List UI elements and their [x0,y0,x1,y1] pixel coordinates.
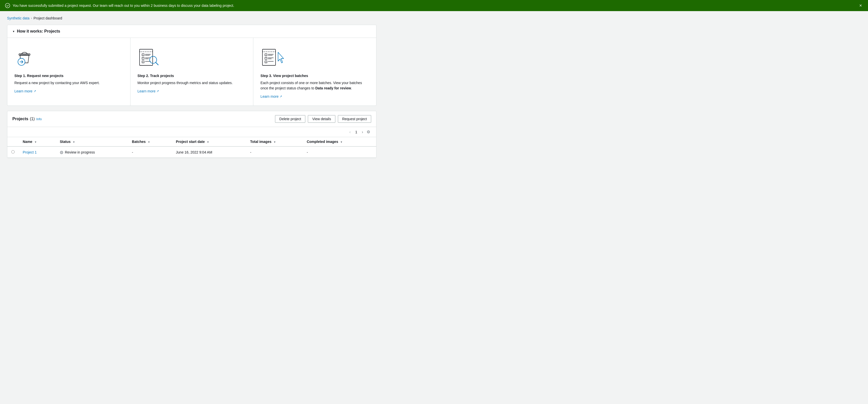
step-1-desc: Request a new project by contacting your… [14,80,123,86]
projects-title: Projects [12,117,28,121]
projects-title-area: Projects (1) Info [12,117,42,121]
breadcrumb-parent-link[interactable]: Synthetic data [7,16,30,20]
external-link-icon: ↗ [34,89,36,93]
how-it-works-card: ▼ How it works: Projects [7,25,376,106]
step-1-title: Step 1. Request new projects [14,74,123,78]
how-it-works-body: Step 1. Request new projects Request a n… [7,38,376,106]
project-name-link[interactable]: Project 1 [23,150,37,154]
svg-marker-25 [278,52,284,63]
sort-status-icon: ▼ [73,141,75,143]
svg-rect-23 [265,61,267,63]
row-date-cell: June 16, 2022 9:04 AM [172,146,246,158]
step-1-card: Step 1. Request new projects Request a n… [7,38,130,106]
status-icon: ◍ [60,150,63,154]
row-radio-button[interactable] [11,150,14,153]
table-row: Project 1 ◍ Review in progress - June 16… [7,146,376,158]
projects-count: (1) [30,117,35,121]
step-2-title: Step 2. Track projects [137,74,246,78]
sort-batches-icon: ▼ [148,141,150,143]
projects-table: Name ▼ Status ▼ Batches ▼ Project start … [7,137,376,158]
banner-message: You have successfully submitted a projec… [12,3,856,7]
row-select-cell[interactable] [7,146,19,158]
step-1-learn-more-link[interactable]: Learn more ↗ [14,89,36,93]
delete-project-button[interactable]: Delete project [275,115,305,123]
projects-card: Projects (1) Info Delete project View de… [7,111,376,158]
svg-rect-17 [265,54,267,56]
row-status-cell: ◍ Review in progress [56,146,128,158]
col-start-date: Project start date ▼ [172,137,246,146]
how-it-works-title: How it works: Projects [17,29,60,34]
svg-rect-1 [19,54,30,55]
external-link-icon-2: ↗ [156,89,159,93]
row-status-text: Review in progress [65,150,95,154]
step-1-illustration [14,46,123,69]
col-batches: Batches ▼ [128,137,172,146]
next-page-button[interactable]: › [360,129,365,135]
sort-completed-icon: ▼ [340,141,343,143]
step-2-desc: Monitor project progress through metrics… [137,80,246,86]
svg-line-14 [156,62,158,65]
table-select-col [7,137,19,146]
sort-name-icon: ▼ [34,141,37,143]
sort-date-icon: ▼ [207,141,209,143]
sort-total-icon: ▼ [274,141,276,143]
breadcrumb-current: Project dashboard [34,16,62,20]
pagination-area: ‹ 1 › ⚙ [7,127,376,137]
row-total-images-cell: - [246,146,303,158]
step-3-title: Step 3. View project batches [260,74,369,78]
table-settings-button[interactable]: ⚙ [366,129,371,135]
info-link[interactable]: Info [36,117,42,121]
step-2-illustration [137,46,246,69]
success-banner: You have successfully submitted a projec… [0,0,868,11]
step-3-card: Step 3. View project batches Each projec… [253,38,376,106]
step-3-learn-more-link[interactable]: Learn more ↗ [260,94,282,98]
banner-close-button[interactable]: × [858,3,863,8]
col-total-images: Total images ▼ [246,137,303,146]
svg-point-0 [5,3,10,8]
view-details-button[interactable]: View details [308,115,335,123]
svg-rect-20 [265,57,267,59]
row-batches-cell: - [128,146,172,158]
step-2-learn-more-link[interactable]: Learn more ↗ [137,89,159,93]
col-completed-images: Completed images ▼ [303,137,376,146]
svg-rect-8 [142,57,144,59]
row-completed-images-cell: - [303,146,376,158]
request-project-button[interactable]: Request project [338,115,371,123]
svg-rect-5 [142,54,144,56]
page-number: 1 [353,129,359,135]
step-2-card: Step 2. Track projects Monitor project p… [130,38,254,106]
external-link-icon-3: ↗ [280,95,282,98]
prev-page-button[interactable]: ‹ [348,129,352,135]
table-header-row: Name ▼ Status ▼ Batches ▼ Project start … [7,137,376,146]
col-name: Name ▼ [19,137,56,146]
projects-header: Projects (1) Info Delete project View de… [7,111,376,127]
svg-rect-11 [142,61,144,63]
breadcrumb-separator: › [31,17,32,20]
col-status: Status ▼ [56,137,128,146]
projects-actions: Delete project View details Request proj… [275,115,371,123]
step-3-desc: Each project consists of one or more bat… [260,80,369,91]
step-3-illustration [260,46,369,69]
how-it-works-header[interactable]: ▼ How it works: Projects [7,25,376,38]
breadcrumb: Synthetic data › Project dashboard [7,16,376,20]
collapse-icon: ▼ [12,30,15,33]
success-icon [5,3,10,8]
row-name-cell: Project 1 [19,146,56,158]
